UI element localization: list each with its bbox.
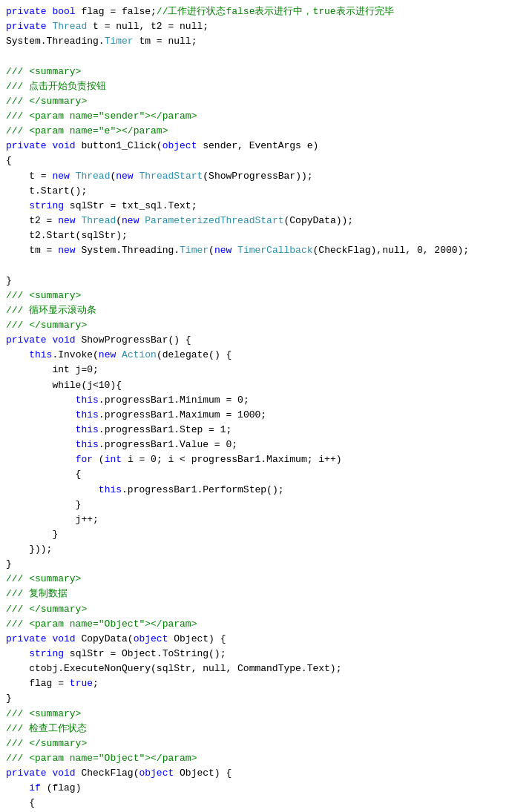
code-line: } [6, 527, 506, 542]
code-line: private void CheckFlag(object Object) { [6, 766, 506, 781]
code-line: ctobj.ExecuteNonQuery(sqlStr, null, Comm… [6, 661, 506, 676]
code-line: /// <param name="e"></param> [6, 124, 506, 139]
code-line: this.progressBar1.Maximum = 1000; [6, 408, 506, 423]
code-line: /// <param name="Object"></param> [6, 617, 506, 632]
code-line: flag = true; [6, 676, 506, 691]
code-line: private void CopyData(object Object) { [6, 632, 506, 647]
code-line: /// 检查工作状态 [6, 722, 506, 736]
code-line: t2.Start(sqlStr); [6, 228, 506, 243]
code-line: } [6, 498, 506, 512]
code-line [6, 258, 506, 273]
code-line: tm = new System.Threading.Timer(new Time… [6, 243, 506, 258]
code-line: t = new Thread(new ThreadStart(ShowProgr… [6, 169, 506, 184]
code-line: string sqlStr = Object.ToString(); [6, 647, 506, 661]
code-line: while(j<10){ [6, 378, 506, 393]
code-line: this.Invoke(new Action(delegate() { [6, 348, 506, 363]
code-line: private void button1_Click(object sender… [6, 139, 506, 154]
code-line: } [6, 691, 506, 706]
code-line: /// 循环显示滚动条 [6, 303, 506, 318]
code-line: /// 复制数据 [6, 587, 506, 601]
code-line: private bool flag = false;//工作进行状态false表… [6, 4, 506, 19]
code-line: { [6, 467, 506, 482]
code-line: t.Start(); [6, 184, 506, 199]
code-line: /// <summary> [6, 288, 506, 303]
code-line: /// <summary> [6, 65, 506, 79]
code-line: } [6, 274, 506, 288]
code-line: /// </summary> [6, 602, 506, 617]
code-line: /// 点击开始负责按钮 [6, 79, 506, 94]
code-line: /// </summary> [6, 736, 506, 751]
code-line: /// </summary> [6, 318, 506, 333]
code-line: for (int i = 0; i < progressBar1.Maximum… [6, 452, 506, 467]
code-line: { [6, 796, 506, 811]
code-line: /// <param name="Object"></param> [6, 751, 506, 766]
code-editor: private bool flag = false;//工作进行状态false表… [6, 4, 506, 812]
code-line: { [6, 154, 506, 168]
code-line: private void ShowProgressBar() { [6, 333, 506, 348]
code-line: } [6, 557, 506, 572]
code-line [6, 49, 506, 64]
code-line: /// <param name="sender"></param> [6, 109, 506, 124]
code-line: this.progressBar1.Minimum = 0; [6, 393, 506, 408]
code-line: /// <summary> [6, 707, 506, 722]
code-line: int j=0; [6, 363, 506, 377]
code-line: /// </summary> [6, 94, 506, 109]
code-line: t2 = new Thread(new ParameterizedThreadS… [6, 214, 506, 228]
code-line: string sqlStr = txt_sql.Text; [6, 199, 506, 214]
code-line: })); [6, 542, 506, 557]
code-line: /// <summary> [6, 572, 506, 587]
code-line: private Thread t = null, t2 = null; [6, 19, 506, 34]
code-line: this.progressBar1.Step = 1; [6, 423, 506, 438]
code-line: System.Threading.Timer tm = null; [6, 34, 506, 49]
code-line: this.progressBar1.Value = 0; [6, 438, 506, 452]
code-line: this.progressBar1.PerformStep(); [6, 483, 506, 498]
code-line: j++; [6, 512, 506, 527]
code-line: if (flag) [6, 781, 506, 796]
